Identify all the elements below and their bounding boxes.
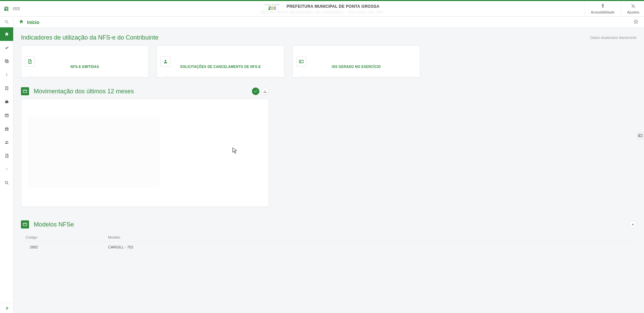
movement-chart <box>21 99 269 207</box>
svg-rect-7 <box>5 59 7 62</box>
sidebar-search-button[interactable] <box>0 17 13 27</box>
tools-icon <box>630 3 636 10</box>
card-label: SOLICITAÇÕES DE CANCELAMENTO DE NFS-E <box>180 65 261 69</box>
users-icon <box>4 140 9 145</box>
card-label: ISS GERADO NO EXERCÍCIO <box>332 65 381 69</box>
svg-rect-2 <box>7 8 8 9</box>
sidebar-item-help[interactable] <box>0 163 13 176</box>
file-icon <box>4 153 9 158</box>
sidebar-item-check[interactable] <box>0 41 13 54</box>
add-model-button[interactable]: + <box>629 221 637 228</box>
movement-title: Movimentação dos últimos 12 meses <box>34 88 134 95</box>
home-icon <box>19 19 24 25</box>
chart-placeholder <box>28 117 160 188</box>
search-icon <box>4 180 9 185</box>
sidebar-item-home[interactable] <box>0 27 13 41</box>
breadcrumb-bar: Início <box>14 17 644 28</box>
svg-rect-1 <box>4 8 6 10</box>
sidebar-item-calendar[interactable] <box>0 109 13 122</box>
card-cancelamento[interactable]: SOLICITAÇÕES DE CANCELAMENTO DE NFS-E <box>157 45 284 78</box>
sidebar-expand-button[interactable] <box>0 303 13 313</box>
file-lines-icon <box>25 56 35 67</box>
svg-point-13 <box>5 141 7 142</box>
table-row[interactable]: 2882 CARGILL - 702 <box>21 242 637 252</box>
settings-label: Ajustes <box>627 10 639 14</box>
indicators-aside: Dados atualizados diariamente <box>590 36 637 40</box>
check-icon <box>4 45 9 50</box>
models-table: Código Modelo 2882 CARGILL - 702 <box>21 233 637 252</box>
svg-rect-20 <box>23 223 27 226</box>
models-title: Modelos NFSe <box>34 221 74 228</box>
sidebar-item-users[interactable] <box>0 136 13 149</box>
svg-point-14 <box>7 141 8 142</box>
svg-point-16 <box>165 60 166 62</box>
sidebar-item-building[interactable] <box>0 81 13 95</box>
favorite-button[interactable] <box>633 19 639 26</box>
chevron-right-icon <box>4 306 9 311</box>
calendar-icon <box>4 113 9 118</box>
plus-icon: + <box>632 222 634 227</box>
svg-point-18 <box>300 61 301 62</box>
panel-icon <box>21 220 29 228</box>
svg-point-5 <box>5 20 7 23</box>
indicators-title: Indicadores de utilização da NFS-e do Co… <box>21 34 158 41</box>
sidebar-item-briefcase[interactable] <box>0 95 13 109</box>
chart-bar-icon <box>263 89 267 93</box>
id-card-icon <box>296 56 306 67</box>
app-header: ISS PONTA GROSSA 200 PREFEITURA MUNICIPA… <box>0 1 644 17</box>
right-panel-toggle[interactable] <box>637 132 644 139</box>
chart-bar-button[interactable] <box>261 88 269 95</box>
accessibility-label: Acessibilidade <box>591 10 615 14</box>
svg-rect-0 <box>4 7 8 8</box>
main-content: Início Indicadores de utilização da NFS-… <box>14 17 644 313</box>
svg-rect-21 <box>639 135 642 137</box>
chart-line-button[interactable] <box>252 88 259 95</box>
svg-point-15 <box>5 181 7 184</box>
app-logo-icon <box>3 6 9 12</box>
chart-line-icon <box>254 89 258 93</box>
svg-rect-9 <box>6 74 7 76</box>
bank-icon <box>4 126 9 131</box>
svg-point-22 <box>639 135 640 136</box>
svg-rect-6 <box>6 61 8 63</box>
copy-icon <box>4 59 9 64</box>
cell-codigo: 2882 <box>21 245 105 249</box>
sidebar <box>0 17 14 313</box>
svg-point-8 <box>6 73 7 74</box>
sidebar-item-bank[interactable] <box>0 122 13 136</box>
building-icon <box>4 86 9 91</box>
accessibility-icon <box>600 3 606 10</box>
sidebar-item-search-bottom[interactable] <box>0 176 13 190</box>
app-name: ISS <box>13 6 20 11</box>
col-header-codigo: Código <box>21 235 105 239</box>
sidebar-item-info[interactable] <box>0 68 13 81</box>
municipality-title: PREFEITURA MUNICIPAL DE PONTA GROSSA <box>287 4 380 9</box>
search-icon <box>4 20 9 24</box>
sidebar-item-file[interactable] <box>0 149 13 163</box>
settings-button[interactable]: Ajustes <box>621 1 639 16</box>
briefcase-icon <box>4 99 9 104</box>
svg-rect-19 <box>23 90 27 93</box>
col-header-modelo: Modelo <box>105 235 637 239</box>
svg-rect-10 <box>5 87 8 90</box>
svg-rect-17 <box>299 60 303 63</box>
header-center: PONTA GROSSA 200 PREFEITURA MUNICIPAL DE… <box>260 3 383 14</box>
svg-point-4 <box>602 4 603 5</box>
sidebar-item-copy[interactable] <box>0 54 13 68</box>
card-iss-gerado[interactable]: ISS GERADO NO EXERCÍCIO <box>292 45 420 78</box>
indicator-cards-row: NFS-E EMITIDAS SOLICITAÇÕES DE CANCELAME… <box>21 45 637 78</box>
user-icon <box>160 56 171 67</box>
home-icon <box>4 32 9 37</box>
city-logo: PONTA GROSSA 200 <box>264 4 280 10</box>
cell-modelo: CARGILL - 702 <box>105 245 637 249</box>
panel-icon <box>21 87 29 95</box>
star-icon <box>633 19 639 24</box>
municipality-subtitle: SECRETARIA MUNICIPAL DA FAZENDA - DIVISA… <box>260 10 383 14</box>
card-nfse-emitidas[interactable]: NFS-E EMITIDAS <box>21 45 149 78</box>
info-icon <box>4 72 9 77</box>
accessibility-button[interactable]: Acessibilidade <box>585 1 615 16</box>
breadcrumb-label: Início <box>27 20 40 25</box>
svg-rect-11 <box>5 101 8 103</box>
card-label: NFS-E EMITIDAS <box>71 65 99 69</box>
id-card-icon <box>638 133 643 138</box>
